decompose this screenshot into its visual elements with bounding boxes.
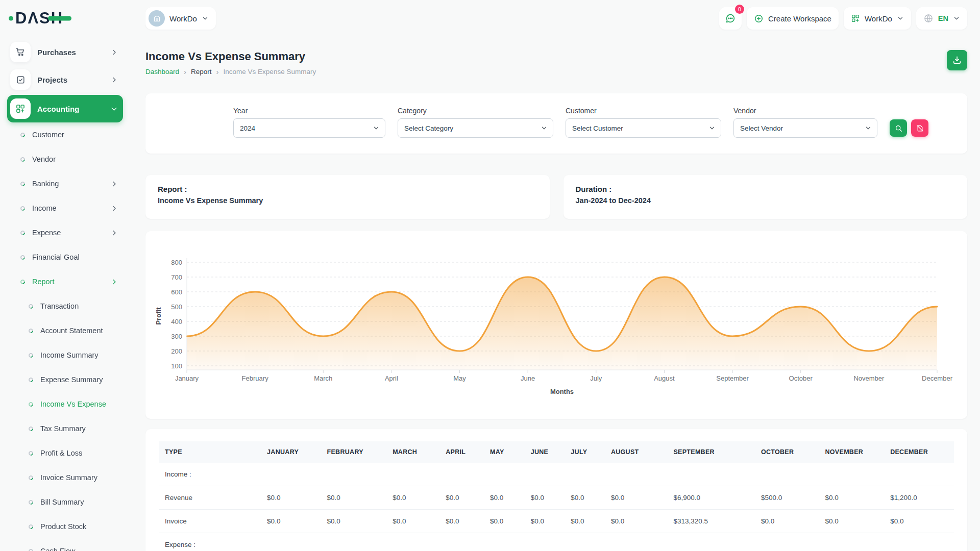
sidebar-item-tax-summary[interactable]: Tax Summary [7,416,123,441]
table-section-row-expense: Expense : [159,533,954,551]
sidebar-item-report[interactable]: Report [7,269,123,294]
create-workspace-button[interactable]: Create Workspace [747,7,839,30]
sidebar-item-banking[interactable]: Banking [7,171,123,196]
sidebar-item-profit-loss[interactable]: Profit & Loss [7,441,123,465]
svg-text:600: 600 [171,288,182,296]
sidebar-item-cash-flow[interactable]: Cash Flow [7,539,123,551]
report-card-title: Report : [158,185,537,193]
duration-card-title: Duration : [576,185,955,193]
breadcrumb-report[interactable]: Report [191,68,212,76]
search-icon [894,124,903,133]
table-cell: $313,320.5 [667,510,755,533]
table-cell: $0.0 [884,510,954,533]
sidebar-item-customer[interactable]: Customer [7,122,123,147]
svg-text:January: January [175,374,199,382]
svg-text:February: February [242,374,269,382]
app-logo[interactable]: DΛSH [0,0,130,37]
download-button[interactable] [947,50,967,70]
table-cell: $0.0 [819,510,885,533]
grid-plus-icon [851,14,860,23]
logo-accent-dot [9,16,13,21]
bullet-icon [19,132,26,138]
year-select[interactable]: 2024 [233,118,385,138]
sidebar-item-bill-summary[interactable]: Bill Summary [7,490,123,514]
chevron-down-icon [541,124,548,132]
duration-card: Duration : Jan-2024 to Dec-2024 [564,175,968,219]
svg-text:March: March [314,374,332,382]
sidebar-item-purchases[interactable]: Purchases [7,40,123,64]
chat-icon [725,13,736,24]
workspace-selector[interactable]: WorkDo [145,7,216,30]
svg-text:500: 500 [171,303,182,311]
bullet-icon [19,230,26,236]
sidebar-item-product-stock[interactable]: Product Stock [7,514,123,539]
svg-text:June: June [521,374,535,382]
chevron-down-icon [865,124,872,132]
breadcrumb-dashboard[interactable]: Dashboard [145,68,179,76]
cart-icon [10,42,31,62]
table-header-row: TYPEJANUARYFEBRUARYMARCHAPRILMAYJUNEJULY… [159,441,954,463]
svg-text:October: October [789,374,813,382]
bullet-icon [19,156,26,163]
sidebar-item-expense[interactable]: Expense [7,220,123,245]
income-expense-table: TYPEJANUARYFEBRUARYMARCHAPRILMAYJUNEJULY… [159,441,954,551]
sidebar-item-accounting[interactable]: Accounting [7,95,123,122]
sidebar-item-account-statement[interactable]: Account Statement [7,318,123,343]
bullet-icon [28,499,34,506]
table-header-cell: JUNE [525,441,565,463]
row-label: Revenue [159,486,261,510]
language-selector[interactable]: EN [916,7,967,30]
summary-cards: Report : Income Vs Expense Summary Durat… [145,175,967,219]
chevron-down-icon [110,105,118,113]
table-header-cell: AUGUST [605,441,668,463]
table-header-cell: MARCH [386,441,439,463]
table-row-invoice: Invoice$0.0$0.0$0.0$0.0$0.0$0.0$0.0$0.0$… [159,510,954,533]
grid-plus-icon [10,98,31,119]
sidebar-item-projects[interactable]: Projects [7,67,123,92]
sidebar-item-financial-goal[interactable]: Financial Goal [7,245,123,269]
sidebar-item-income-summary[interactable]: Income Summary [7,343,123,367]
table-cell: $0.0 [386,486,439,510]
logo-accent-bar [48,16,71,21]
bullet-icon [28,303,34,310]
check-square-icon [10,69,31,90]
report-card: Report : Income Vs Expense Summary [145,175,550,219]
svg-text:400: 400 [171,318,182,325]
chevron-right-icon [110,48,118,56]
category-select[interactable]: Select Category [398,118,553,138]
table-header-cell: SEPTEMBER [667,441,755,463]
messages-badge: 0 [735,5,744,14]
sidebar-item-income-vs-expense[interactable]: Income Vs Expense [7,392,123,416]
clear-filter-icon [916,124,924,133]
sidebar-item-expense-summary[interactable]: Expense Summary [7,367,123,392]
workspace-avatar-icon [149,10,165,27]
sidebar-item-vendor[interactable]: Vendor [7,147,123,171]
customer-select[interactable]: Select Customer [566,118,721,138]
chevron-down-icon [373,124,380,132]
row-label: Invoice [159,510,261,533]
table-cell: $0.0 [484,510,525,533]
profit-chart-card: 100200300400500600700800JanuaryFebruaryM… [145,231,967,419]
sidebar-item-transaction[interactable]: Transaction [7,294,123,318]
sidebar-menu: PurchasesProjectsAccountingCustomerVendo… [0,40,130,551]
table-header-cell: JANUARY [261,441,321,463]
duration-card-value: Jan-2024 to Dec-2024 [576,196,955,205]
year-label: Year [233,107,385,115]
bullet-icon [28,474,34,481]
bullet-icon [28,425,34,432]
apply-filter-button[interactable] [890,119,907,137]
vendor-select[interactable]: Select Vendor [733,118,877,138]
workspace-menu-button[interactable]: WorkDo [844,7,911,30]
sidebar-item-invoice-summary[interactable]: Invoice Summary [7,465,123,490]
bullet-icon [28,548,34,551]
table-cell: $0.0 [605,486,668,510]
topbar-actions: 0 Create Workspace WorkDo [719,7,967,30]
reset-filter-button[interactable] [911,119,928,137]
svg-text:August: August [654,374,675,382]
plus-circle-icon [754,14,764,23]
svg-text:December: December [922,374,953,382]
chevron-down-icon [953,15,960,22]
messages-button[interactable]: 0 [719,7,742,30]
chevron-right-icon [110,205,118,212]
sidebar-item-income[interactable]: Income [7,196,123,220]
